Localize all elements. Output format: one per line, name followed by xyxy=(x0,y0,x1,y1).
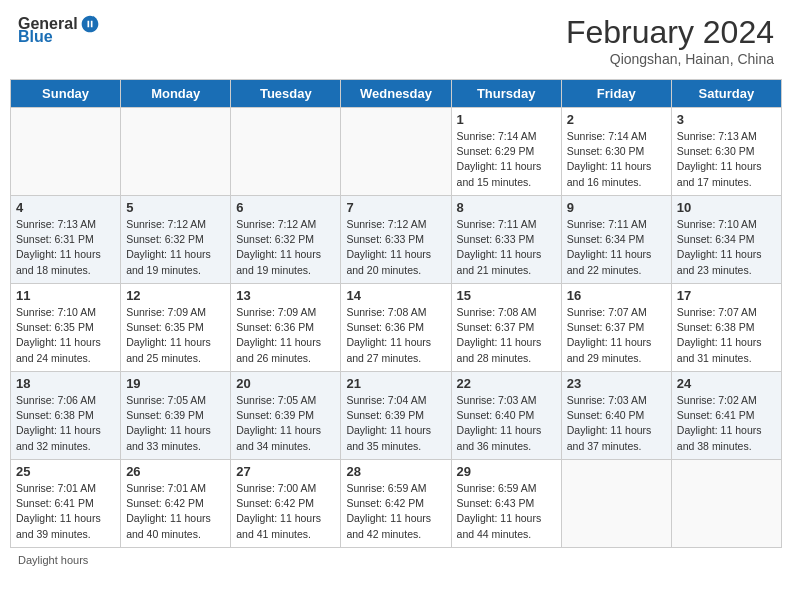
cell-info: Sunrise: 7:02 AM Sunset: 6:41 PM Dayligh… xyxy=(677,393,776,454)
day-header-thursday: Thursday xyxy=(451,80,561,108)
calendar-cell: 29Sunrise: 6:59 AM Sunset: 6:43 PM Dayli… xyxy=(451,460,561,548)
calendar-cell: 10Sunrise: 7:10 AM Sunset: 6:34 PM Dayli… xyxy=(671,196,781,284)
daylight-label: Daylight hours xyxy=(18,554,88,566)
cell-info: Sunrise: 7:03 AM Sunset: 6:40 PM Dayligh… xyxy=(567,393,666,454)
day-number: 2 xyxy=(567,112,666,127)
calendar-cell: 22Sunrise: 7:03 AM Sunset: 6:40 PM Dayli… xyxy=(451,372,561,460)
cell-info: Sunrise: 7:07 AM Sunset: 6:38 PM Dayligh… xyxy=(677,305,776,366)
footer: Daylight hours xyxy=(10,554,782,566)
cell-info: Sunrise: 7:01 AM Sunset: 6:42 PM Dayligh… xyxy=(126,481,225,542)
calendar-cell: 15Sunrise: 7:08 AM Sunset: 6:37 PM Dayli… xyxy=(451,284,561,372)
day-number: 19 xyxy=(126,376,225,391)
calendar-cell: 16Sunrise: 7:07 AM Sunset: 6:37 PM Dayli… xyxy=(561,284,671,372)
calendar-cell: 12Sunrise: 7:09 AM Sunset: 6:35 PM Dayli… xyxy=(121,284,231,372)
day-number: 28 xyxy=(346,464,445,479)
cell-info: Sunrise: 7:12 AM Sunset: 6:33 PM Dayligh… xyxy=(346,217,445,278)
cell-info: Sunrise: 7:00 AM Sunset: 6:42 PM Dayligh… xyxy=(236,481,335,542)
header-row: SundayMondayTuesdayWednesdayThursdayFrid… xyxy=(11,80,782,108)
day-number: 29 xyxy=(457,464,556,479)
calendar-cell: 6Sunrise: 7:12 AM Sunset: 6:32 PM Daylig… xyxy=(231,196,341,284)
calendar-cell: 27Sunrise: 7:00 AM Sunset: 6:42 PM Dayli… xyxy=(231,460,341,548)
day-number: 22 xyxy=(457,376,556,391)
calendar-cell xyxy=(231,108,341,196)
calendar-cell: 23Sunrise: 7:03 AM Sunset: 6:40 PM Dayli… xyxy=(561,372,671,460)
week-row-3: 11Sunrise: 7:10 AM Sunset: 6:35 PM Dayli… xyxy=(11,284,782,372)
cell-info: Sunrise: 7:06 AM Sunset: 6:38 PM Dayligh… xyxy=(16,393,115,454)
calendar-cell: 7Sunrise: 7:12 AM Sunset: 6:33 PM Daylig… xyxy=(341,196,451,284)
cell-info: Sunrise: 7:04 AM Sunset: 6:39 PM Dayligh… xyxy=(346,393,445,454)
day-number: 18 xyxy=(16,376,115,391)
calendar-cell: 3Sunrise: 7:13 AM Sunset: 6:30 PM Daylig… xyxy=(671,108,781,196)
day-number: 26 xyxy=(126,464,225,479)
day-number: 24 xyxy=(677,376,776,391)
calendar-cell xyxy=(561,460,671,548)
day-number: 11 xyxy=(16,288,115,303)
cell-info: Sunrise: 7:13 AM Sunset: 6:30 PM Dayligh… xyxy=(677,129,776,190)
cell-info: Sunrise: 7:10 AM Sunset: 6:35 PM Dayligh… xyxy=(16,305,115,366)
cell-info: Sunrise: 7:14 AM Sunset: 6:30 PM Dayligh… xyxy=(567,129,666,190)
day-header-sunday: Sunday xyxy=(11,80,121,108)
cell-info: Sunrise: 7:05 AM Sunset: 6:39 PM Dayligh… xyxy=(236,393,335,454)
day-header-tuesday: Tuesday xyxy=(231,80,341,108)
day-number: 6 xyxy=(236,200,335,215)
cell-info: Sunrise: 7:11 AM Sunset: 6:33 PM Dayligh… xyxy=(457,217,556,278)
cell-info: Sunrise: 6:59 AM Sunset: 6:43 PM Dayligh… xyxy=(457,481,556,542)
day-number: 1 xyxy=(457,112,556,127)
day-number: 20 xyxy=(236,376,335,391)
day-header-wednesday: Wednesday xyxy=(341,80,451,108)
day-header-saturday: Saturday xyxy=(671,80,781,108)
calendar-cell: 24Sunrise: 7:02 AM Sunset: 6:41 PM Dayli… xyxy=(671,372,781,460)
calendar-cell: 21Sunrise: 7:04 AM Sunset: 6:39 PM Dayli… xyxy=(341,372,451,460)
day-number: 23 xyxy=(567,376,666,391)
logo-icon xyxy=(80,14,100,34)
week-row-2: 4Sunrise: 7:13 AM Sunset: 6:31 PM Daylig… xyxy=(11,196,782,284)
calendar-cell: 11Sunrise: 7:10 AM Sunset: 6:35 PM Dayli… xyxy=(11,284,121,372)
day-number: 21 xyxy=(346,376,445,391)
cell-info: Sunrise: 7:09 AM Sunset: 6:35 PM Dayligh… xyxy=(126,305,225,366)
calendar-cell: 4Sunrise: 7:13 AM Sunset: 6:31 PM Daylig… xyxy=(11,196,121,284)
calendar-cell xyxy=(671,460,781,548)
day-number: 5 xyxy=(126,200,225,215)
day-number: 10 xyxy=(677,200,776,215)
week-row-4: 18Sunrise: 7:06 AM Sunset: 6:38 PM Dayli… xyxy=(11,372,782,460)
calendar-cell xyxy=(341,108,451,196)
cell-info: Sunrise: 7:03 AM Sunset: 6:40 PM Dayligh… xyxy=(457,393,556,454)
day-number: 9 xyxy=(567,200,666,215)
day-number: 13 xyxy=(236,288,335,303)
cell-info: Sunrise: 7:05 AM Sunset: 6:39 PM Dayligh… xyxy=(126,393,225,454)
cell-info: Sunrise: 7:01 AM Sunset: 6:41 PM Dayligh… xyxy=(16,481,115,542)
day-number: 17 xyxy=(677,288,776,303)
month-title: February 2024 xyxy=(566,14,774,51)
cell-info: Sunrise: 7:08 AM Sunset: 6:37 PM Dayligh… xyxy=(457,305,556,366)
calendar-cell: 8Sunrise: 7:11 AM Sunset: 6:33 PM Daylig… xyxy=(451,196,561,284)
cell-info: Sunrise: 7:08 AM Sunset: 6:36 PM Dayligh… xyxy=(346,305,445,366)
logo-blue-text: Blue xyxy=(18,28,53,46)
day-number: 12 xyxy=(126,288,225,303)
calendar-cell: 14Sunrise: 7:08 AM Sunset: 6:36 PM Dayli… xyxy=(341,284,451,372)
logo: General Blue xyxy=(18,14,100,46)
calendar-cell xyxy=(11,108,121,196)
calendar-cell: 18Sunrise: 7:06 AM Sunset: 6:38 PM Dayli… xyxy=(11,372,121,460)
calendar-cell: 28Sunrise: 6:59 AM Sunset: 6:42 PM Dayli… xyxy=(341,460,451,548)
calendar-cell: 19Sunrise: 7:05 AM Sunset: 6:39 PM Dayli… xyxy=(121,372,231,460)
day-number: 14 xyxy=(346,288,445,303)
day-number: 25 xyxy=(16,464,115,479)
day-number: 3 xyxy=(677,112,776,127)
week-row-5: 25Sunrise: 7:01 AM Sunset: 6:41 PM Dayli… xyxy=(11,460,782,548)
calendar-cell: 25Sunrise: 7:01 AM Sunset: 6:41 PM Dayli… xyxy=(11,460,121,548)
calendar-cell: 13Sunrise: 7:09 AM Sunset: 6:36 PM Dayli… xyxy=(231,284,341,372)
page-header: General Blue February 2024 Qiongshan, Ha… xyxy=(10,10,782,71)
day-number: 7 xyxy=(346,200,445,215)
cell-info: Sunrise: 7:07 AM Sunset: 6:37 PM Dayligh… xyxy=(567,305,666,366)
cell-info: Sunrise: 7:09 AM Sunset: 6:36 PM Dayligh… xyxy=(236,305,335,366)
calendar-cell: 1Sunrise: 7:14 AM Sunset: 6:29 PM Daylig… xyxy=(451,108,561,196)
day-number: 15 xyxy=(457,288,556,303)
calendar-cell: 2Sunrise: 7:14 AM Sunset: 6:30 PM Daylig… xyxy=(561,108,671,196)
day-number: 16 xyxy=(567,288,666,303)
calendar-cell: 26Sunrise: 7:01 AM Sunset: 6:42 PM Dayli… xyxy=(121,460,231,548)
cell-info: Sunrise: 7:12 AM Sunset: 6:32 PM Dayligh… xyxy=(236,217,335,278)
cell-info: Sunrise: 6:59 AM Sunset: 6:42 PM Dayligh… xyxy=(346,481,445,542)
calendar-cell: 9Sunrise: 7:11 AM Sunset: 6:34 PM Daylig… xyxy=(561,196,671,284)
day-header-friday: Friday xyxy=(561,80,671,108)
location-subtitle: Qiongshan, Hainan, China xyxy=(566,51,774,67)
